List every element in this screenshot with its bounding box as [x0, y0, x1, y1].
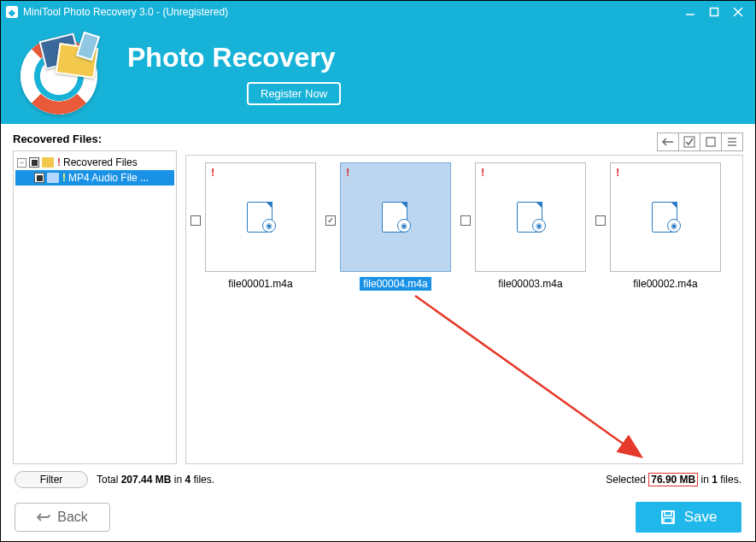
svg-rect-1 — [711, 9, 718, 16]
warning-icon: ! — [346, 166, 349, 179]
file-icon: ◉ — [247, 200, 274, 234]
tree-child-label: MP4 Audio File ... — [68, 172, 149, 184]
header: Photo Recovery Register Now — [1, 23, 755, 124]
thumbnail-checkbox[interactable] — [460, 215, 471, 226]
thumbnail-checkbox[interactable] — [190, 215, 201, 226]
app-icon: ◆ — [6, 6, 18, 18]
thumbnail[interactable]: !◉ — [610, 162, 721, 272]
save-icon — [660, 510, 676, 525]
save-button-label: Save — [684, 509, 718, 526]
back-button-label: Back — [57, 510, 88, 525]
view-list-button[interactable] — [721, 133, 743, 151]
check-all-button[interactable] — [678, 133, 700, 151]
file-icon: ◉ — [517, 200, 544, 234]
collapse-icon[interactable]: − — [17, 158, 26, 168]
filter-button[interactable]: Filter — [15, 471, 88, 488]
thumbnail-checkbox[interactable] — [595, 215, 606, 226]
folder-icon — [47, 173, 59, 183]
svg-rect-11 — [665, 511, 671, 515]
window-title: MiniTool Photo Recovery 3.0 - (Unregiste… — [23, 6, 228, 18]
svg-rect-5 — [684, 137, 694, 147]
undo-icon — [37, 511, 50, 523]
view-large-button[interactable] — [700, 133, 722, 151]
view-toolbar — [185, 133, 743, 151]
status-bar: Filter Total 207.44 MB in 4 files. Selec… — [1, 464, 755, 495]
selected-size-highlight: 76.90 MB — [648, 473, 698, 486]
tree-checkbox[interactable] — [29, 157, 39, 168]
thumbnail[interactable]: !◉ — [205, 162, 316, 272]
warning-icon: ! — [211, 166, 214, 179]
titlebar: ◆ MiniTool Photo Recovery 3.0 - (Unregis… — [1, 1, 755, 23]
file-icon: ◉ — [382, 200, 409, 234]
thumbnail-item[interactable]: !◉file00001.m4a — [193, 162, 328, 291]
back-button[interactable]: Back — [15, 503, 110, 532]
thumbnail-grid: !◉file00001.m4a!◉file00004.m4a!◉file0000… — [185, 155, 743, 464]
close-button[interactable] — [726, 1, 750, 23]
warning-icon: ! — [616, 166, 619, 179]
tree-root-label: Recovered Files — [63, 156, 138, 168]
register-button[interactable]: Register Now — [247, 82, 341, 105]
thumbnail-item[interactable]: !◉file00004.m4a — [328, 162, 463, 291]
header-title: Photo Recovery — [127, 42, 336, 74]
thumbnail-checkbox[interactable] — [325, 215, 336, 226]
thumbnail[interactable]: !◉ — [340, 162, 451, 272]
selected-status: Selected 76.90 MB in 1 files. — [606, 474, 741, 486]
tree-checkbox[interactable] — [34, 173, 44, 183]
thumbnail-filename: file00003.m4a — [495, 277, 566, 291]
thumbnail-filename: file00002.m4a — [630, 277, 700, 291]
total-status: Total 207.44 MB in 4 files. — [97, 474, 214, 486]
thumbnail-filename: file00001.m4a — [225, 277, 296, 291]
file-icon: ◉ — [652, 200, 679, 234]
tree-child-mp4[interactable]: ! MP4 Audio File ... — [15, 170, 174, 186]
warning-icon: ! — [57, 156, 61, 168]
folder-icon — [42, 157, 54, 168]
nav-back-button[interactable] — [657, 133, 679, 151]
recovered-files-label: Recovered Files: — [13, 133, 177, 145]
warning-icon: ! — [481, 166, 484, 179]
file-tree[interactable]: − ! Recovered Files ! MP4 Audio File ... — [13, 150, 177, 464]
thumbnail-item[interactable]: !◉file00002.m4a — [598, 162, 733, 291]
thumbnail[interactable]: !◉ — [475, 162, 586, 272]
thumbnail-item[interactable]: !◉file00003.m4a — [463, 162, 598, 291]
warning-icon: ! — [62, 172, 66, 184]
thumbnail-filename: file00004.m4a — [360, 277, 431, 291]
svg-rect-12 — [664, 518, 672, 523]
save-button[interactable]: Save — [636, 502, 741, 533]
app-logo — [16, 33, 110, 115]
maximize-button[interactable] — [702, 1, 726, 23]
minimize-button[interactable] — [678, 1, 702, 23]
svg-rect-6 — [706, 138, 715, 146]
tree-root[interactable]: − ! Recovered Files — [15, 155, 174, 170]
